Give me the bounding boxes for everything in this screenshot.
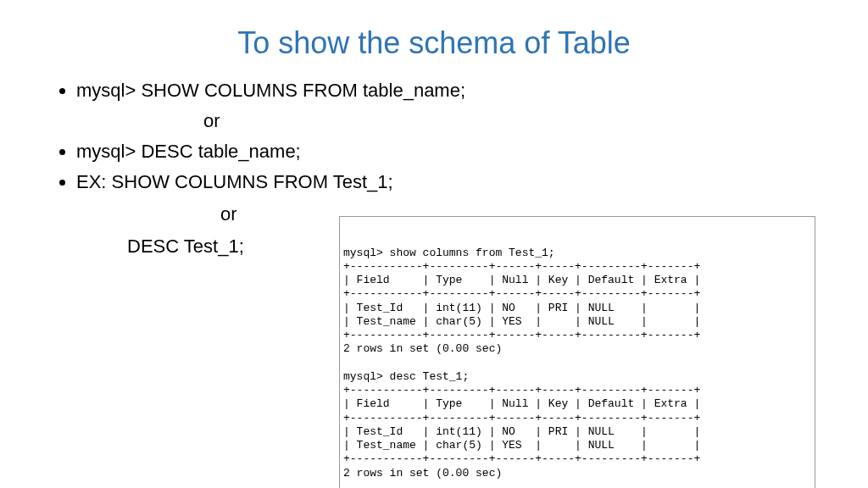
terminal-output: mysql> show columns from Test_1; +------… bbox=[339, 216, 815, 488]
bullet-2: mysql> DESC table_name; bbox=[76, 137, 817, 166]
bullet-3: EX: SHOW COLUMNS FROM Test_1; bbox=[76, 168, 817, 197]
slide-title: To show the schema of Table bbox=[51, 25, 817, 61]
slide-container: To show the schema of Table mysql> SHOW … bbox=[0, 0, 868, 280]
bullet-1: mysql> SHOW COLUMNS FROM table_name; bbox=[76, 76, 817, 105]
terminal-text: mysql> show columns from Test_1; +------… bbox=[340, 245, 815, 482]
or-text-1: or bbox=[76, 107, 817, 136]
